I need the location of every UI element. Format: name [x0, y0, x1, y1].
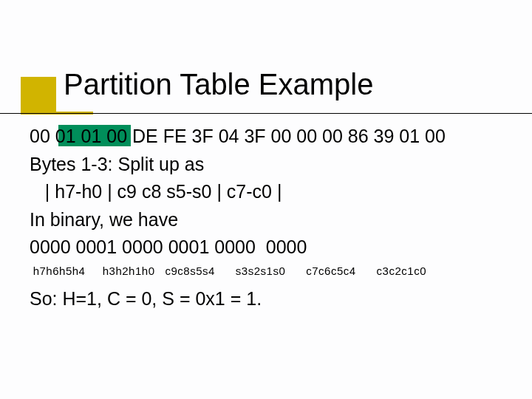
hex-bytestring: 00 01 01 00 DE FE 3F 04 3F 00 00 00 86 3… [30, 123, 502, 151]
binary-value: 0000 0001 0000 0001 0000 0000 [30, 233, 502, 262]
binary-label: In binary, we have [30, 206, 502, 234]
bitfield-spec: | h7-h0 | c9 c8 s5-s0 | c7-c0 | [30, 178, 502, 206]
binary-column-labels: h7h6h5h4 h3h2h1h0 c9c8s5s4 s3s2s1s0 c7c6… [30, 265, 502, 278]
title-accent-square [21, 77, 56, 112]
title-divider-line [0, 113, 532, 114]
bytes-label: Bytes 1-3: Split up as [30, 151, 502, 179]
conclusion: So: H=1, C = 0, S = 0x1 = 1. [30, 285, 502, 313]
slide-title: Partition Table Example [64, 68, 374, 101]
slide-body: 00 01 01 00 DE FE 3F 04 3F 00 00 00 86 3… [30, 123, 502, 313]
